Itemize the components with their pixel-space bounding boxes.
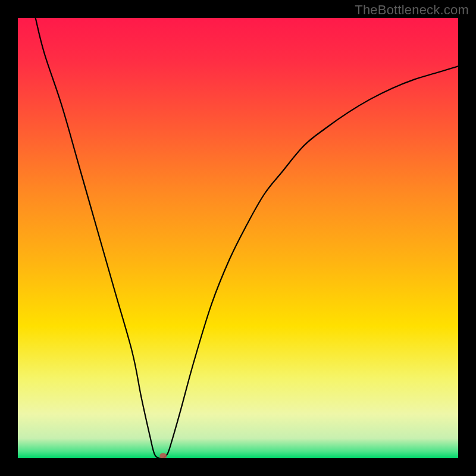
plot-area	[18, 18, 458, 458]
gradient-background	[18, 18, 458, 458]
chart-frame: TheBottleneck.com	[0, 0, 476, 476]
watermark-label: TheBottleneck.com	[355, 2, 469, 18]
bottleneck-curve-chart	[18, 18, 458, 458]
